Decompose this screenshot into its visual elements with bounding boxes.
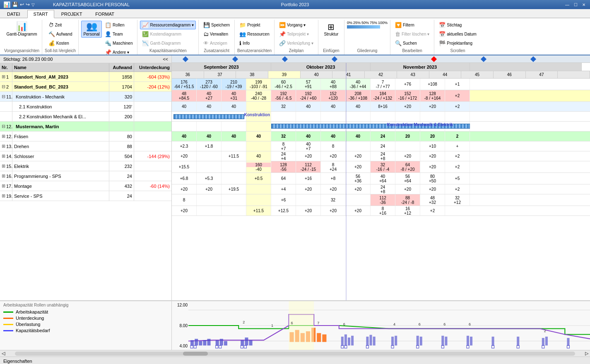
info-button[interactable]: ℹInfo <box>237 39 271 48</box>
projekt-button[interactable]: 📁Projekt <box>237 21 271 29</box>
expand-icon[interactable]: ⊞ <box>2 183 5 189</box>
rollen-button[interactable]: 📋Rollen <box>103 21 135 29</box>
cell-nr: ⊞13. <box>0 141 12 151</box>
expand-icon[interactable]: ⊟ <box>2 84 5 89</box>
ressourcendiagramm-button[interactable]: 📈Ressourcendiagramm ▾ <box>140 21 196 29</box>
cell-name[interactable]: Montage <box>12 181 109 191</box>
minimize-button[interactable]: — <box>564 2 570 7</box>
week-cell-36: 36 <box>172 71 204 78</box>
gantt-cell: +2.3 <box>172 141 197 151</box>
filtern-button[interactable]: 🔽Filtern <box>393 21 431 29</box>
gantt-cell: +15.5 <box>172 161 197 172</box>
struktur-button[interactable]: ⊞ Struktur <box>321 21 342 38</box>
cell-name[interactable]: Mustermann, Martin <box>12 122 109 131</box>
verknupfung-button[interactable]: 🔗Verknüpfung ▾ <box>277 39 315 48</box>
gantt-cell: +2 <box>445 161 470 172</box>
cell-name[interactable]: 2.2 Konstruktion Mechanik & El... <box>12 112 109 121</box>
vorgang-button[interactable]: ⏩Vorgang ▾ <box>277 21 315 29</box>
gantt-cell: + <box>445 141 470 151</box>
zeit-button[interactable]: ⏱Zeit <box>46 21 75 29</box>
teilprojekt-button[interactable]: 📌Teilprojekt ▾ <box>277 30 315 38</box>
team-button[interactable]: 👤DATEITeam <box>103 30 135 38</box>
week-cell-extra <box>558 71 590 78</box>
scroll-left-button[interactable]: ◁ <box>0 351 7 356</box>
gantt-cell: +20 <box>321 184 346 194</box>
tab-start[interactable]: START <box>27 10 54 18</box>
svg-rect-20 <box>322 334 326 342</box>
cell-name[interactable]: Elektrik <box>12 161 109 171</box>
cell-name[interactable]: 2.1 Konstruktion <box>12 102 109 111</box>
gantt-row-konstr-mech: Konstruktion Mechanik & Elektrik <box>172 122 590 132</box>
group-label-einfugen: Einfügen <box>321 48 342 55</box>
filter-loschen-button[interactable]: 🗑Filter löschen ▾ <box>393 30 431 38</box>
cell-name[interactable]: Service - SPS <box>12 191 109 201</box>
gantt-cell: +8 <box>321 173 346 184</box>
expand-icon[interactable]: ⊞ <box>2 163 5 169</box>
cell-name[interactable]: Schlosser <box>12 151 109 161</box>
anzeigen-button[interactable]: 👁Anzeigen <box>201 39 232 48</box>
aktuelles-datum-button[interactable]: 📅aktuelles Datum <box>437 30 479 38</box>
gantt-kapazitat-button[interactable]: 📉Gantt-Diagramm <box>140 39 196 48</box>
cell-name[interactable]: Fräsen <box>12 132 109 141</box>
close-button[interactable]: ✕ <box>581 2 587 7</box>
gantt-cell: 40+27 <box>197 90 222 101</box>
quick-access-save[interactable]: 💾 <box>12 2 18 7</box>
cell-unterdeckung <box>134 171 171 181</box>
tab-datei[interactable]: DATEI <box>1 10 26 18</box>
speichern-button[interactable]: 💾Speichern <box>201 21 232 29</box>
personal-button[interactable]: 👥 Personal <box>81 21 102 38</box>
aufwand-button[interactable]: 🔨Aufwand <box>46 30 75 38</box>
cell-name[interactable]: Programmierung - SPS <box>12 171 109 181</box>
svg-rect-6 <box>203 340 206 345</box>
suchen-button[interactable]: 🔍Suchen <box>393 39 431 48</box>
cell-unterdeckung <box>134 112 171 121</box>
kostendiagramm-button[interactable]: 💹Kostendiagramm <box>140 30 196 38</box>
nav-back-button[interactable]: << <box>163 57 168 62</box>
quick-access-redo[interactable]: ↪ <box>26 2 30 7</box>
group-label-vorgangs: Vorgangsansichten <box>4 48 39 55</box>
verwalten-button[interactable]: 🗂Verwalten <box>201 30 232 38</box>
stichtag-scroll-button[interactable]: 📅Stichtag <box>437 21 479 29</box>
scroll-thumb[interactable] <box>183 352 208 356</box>
svg-text:2: 2 <box>544 329 546 333</box>
projektanfang-button[interactable]: 🏁Projektanfang <box>437 39 479 48</box>
cell-name[interactable]: Drehen <box>12 141 109 151</box>
kosten-button[interactable]: 💰Kosten <box>46 39 75 48</box>
maximize-button[interactable]: ☐ <box>573 2 578 7</box>
scroll-area[interactable]: ◁ ▷ <box>0 350 590 357</box>
scroll-track[interactable] <box>15 352 575 356</box>
cell-name[interactable]: Konstruktion - Mechanik <box>12 92 109 101</box>
gantt-cell-current <box>246 141 271 151</box>
month-cell-nov: November 2023 <box>371 63 470 71</box>
cell-unterdeckung: -60 (14%) <box>134 181 171 191</box>
quick-access-undo[interactable]: ↩ <box>20 2 24 7</box>
expand-icon[interactable]: ⊞ <box>2 173 5 179</box>
week-cell-37: 37 <box>204 71 236 78</box>
legend-line-uberlastung <box>3 324 13 325</box>
expand-icon[interactable]: ⊞ <box>2 74 5 79</box>
cell-nr: ⊟2 <box>0 82 12 91</box>
maschinen-button[interactable]: 🔩Maschinen <box>103 39 135 48</box>
legend-label-kapazitat: Arbeitskapazität <box>16 309 48 314</box>
cell-unterdeckung <box>134 132 171 141</box>
cell-nr: ⊟11. <box>0 92 12 101</box>
ressourcen-button[interactable]: 👥Ressourcen <box>237 30 271 38</box>
tab-format[interactable]: FORMAT <box>89 10 120 18</box>
gantt-diagramm-button[interactable]: 📊 Gantt-Diagramm <box>5 21 39 38</box>
gantt-cell: 210-19 / +39 <box>222 79 246 90</box>
cell-unterdeckung: -604 (33%) <box>134 72 171 81</box>
table-row: ⊞12. Fräsen 80 <box>0 132 171 141</box>
cell-name[interactable]: Standort_Nord_AM_2023 <box>12 72 109 81</box>
scroll-right-button[interactable]: ▷ <box>583 351 590 356</box>
expand-icon[interactable]: ⊞ <box>2 144 5 149</box>
expand-icon[interactable]: ⊞ <box>2 153 5 159</box>
expand-icon[interactable]: ⊟ <box>2 94 5 99</box>
expand-icon[interactable]: ⊞ <box>2 193 5 199</box>
expand-icon[interactable]: ⊞ <box>2 134 5 139</box>
tab-projekt[interactable]: PROJEKT <box>55 10 89 18</box>
expand-icon[interactable]: ⊟ <box>2 124 5 129</box>
gantt-cell: 40+31 <box>222 90 246 101</box>
gantt-cell: 40 <box>222 132 246 141</box>
cell-name[interactable]: Standort_Sued_BC_2023 <box>12 82 109 91</box>
quick-access-extra[interactable]: ▽ <box>31 2 35 7</box>
